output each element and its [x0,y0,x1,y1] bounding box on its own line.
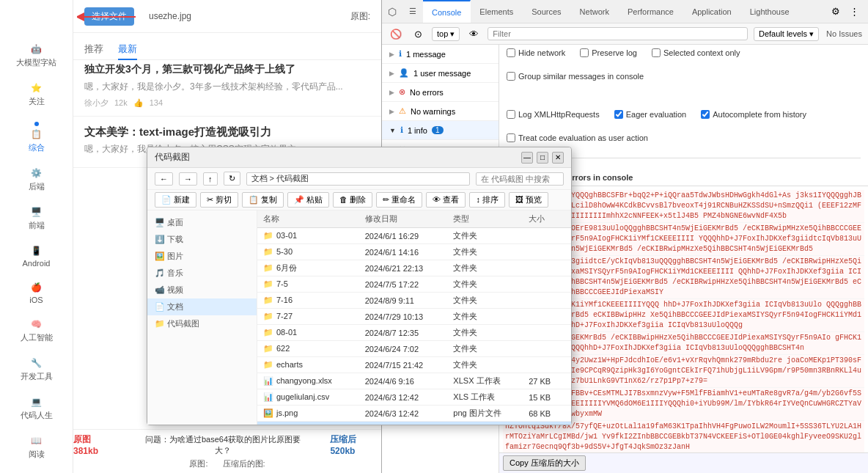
frontend-icon: 🖥️ [31,207,42,217]
article-title-1: 独立开发3个月，第三款可视化产品终于上线了 [84,62,370,77]
fm-search-input[interactable] [476,172,564,186]
col-size[interactable]: 大小 [523,210,571,228]
sidebar-item-ai-station[interactable]: 🤖 大模型字站 [0,37,73,76]
table-row[interactable]: 📁6月份 2024/6/21 22:13 文件夹 [257,260,571,276]
sidebar-item-frontend[interactable]: 🖥️ 前端 [0,199,73,238]
fm-up-btn[interactable]: ↑ [203,172,218,186]
fm-close-btn[interactable]: ✕ [552,152,564,164]
ai-station-icon: 🤖 [31,44,42,54]
col-modified[interactable]: 修改日期 [359,210,448,228]
col-type[interactable]: 类型 [447,210,523,228]
article-meta-1: 徐小夕 12k 👍 134 [84,98,370,109]
msg-label-noerrors: No errors [410,88,444,97]
table-row[interactable]: 📁5-30 2024/6/1 14:16 文件夹 [257,244,571,260]
console-msg-info[interactable]: ▼ ℹ 1 info 1 [382,121,499,140]
fm-item-pictures[interactable]: 🖼️ 图片 [147,248,257,265]
console-msg-noerrors[interactable]: ▶ ⊗ No errors [382,83,499,102]
console-level-btn[interactable]: Default levels ▾ [754,27,819,41]
console-msg-usermsg[interactable]: ▶ 👤 1 user message [382,64,499,83]
fm-view-btn[interactable]: 👁 查看 [426,192,466,208]
fm-maximize-btn[interactable]: □ [537,152,548,164]
dt-tab-sources[interactable]: Sources [523,0,570,23]
fm-forward-btn[interactable]: → [179,172,197,186]
fm-refresh-btn[interactable]: ↻ [224,172,240,186]
opt-preserve-log[interactable]: Preserve log [580,48,637,57]
original-label: 原图: [350,10,370,23]
fm-delete-btn[interactable]: 🗑 删除 [333,192,372,208]
table-row[interactable]: 🖼️js.png 2024/6/3 12:42 png 图片文件 68 KB [257,406,571,422]
fm-item-desktop[interactable]: 🖥️ 桌面 [147,214,257,231]
sidebar-item-general[interactable]: 📋 综合 [0,114,73,161]
table-row[interactable]: 📁622 2024/6/24 7:02 文件夹 [257,341,571,357]
sidebar-item-follow[interactable]: ⭐ 关注 [0,76,73,114]
fm-copy-btn[interactable]: 📋 复制 [242,192,284,208]
fm-cut-btn[interactable]: ✂ 剪切 [200,192,238,208]
general-icon: 📋 [31,129,42,139]
fm-preview-btn[interactable]: 🖼 预览 [509,192,548,208]
fm-item-music[interactable]: 🎵 音乐 [147,265,257,282]
opt-autocomplete[interactable]: Autocomplete from history [701,110,806,119]
dt-tab-application[interactable]: Application [683,0,741,23]
sidebar-item-ai[interactable]: 🧠 人工智能 [0,312,73,351]
fm-item-documents[interactable]: 📄 文档 [147,298,257,315]
fm-new-btn[interactable]: 📄 新建 [155,192,196,208]
opt-group-similar[interactable]: Group similar messages in console [507,72,644,81]
table-row[interactable]: 📁08-01 2024/8/7 12:35 文件夹 [257,325,571,341]
fm-item-codescreens[interactable]: 📁 代码截图 [147,315,257,332]
dt-more-icon[interactable]: ⋮ [846,4,862,20]
console-filter-icon[interactable]: ⊙ [410,26,426,42]
console-top-btn[interactable]: top ▾ [432,27,460,41]
table-row[interactable]: 📁echarts 2024/7/15 21:42 文件夹 [257,357,571,373]
copy-size-btn[interactable]: Copy 压缩后的大小 [503,455,586,471]
table-row[interactable]: 📊changyong.xlsx 2024/4/6 9:16 XLSX 工作表 2… [257,373,571,389]
table-row[interactable]: 📁7-16 2024/8/9 9:11 文件夹 [257,293,571,309]
upload-button[interactable]: 选择文件 [84,7,134,26]
msg-label-1: 1 message [406,50,446,59]
dt-tab-lighthouse[interactable]: Lighthouse [741,0,799,23]
fm-rename-btn[interactable]: ✏ 重命名 [376,192,422,208]
console-msg-1message[interactable]: ▶ ℹ 1 message [382,45,499,64]
fm-sort-btn[interactable]: ↕ 排序 [469,192,505,208]
fm-item-videos[interactable]: 📹 视频 [147,282,257,298]
sidebar-item-backend[interactable]: ⚙️ 后端 [0,161,73,199]
fm-paste-btn[interactable]: 📌 粘贴 [287,192,329,208]
opt-eager-eval[interactable]: Eager evaluation [614,110,687,119]
article-item-1[interactable]: 独立开发3个月，第三款可视化产品终于上线了 嗯，大家好，我是徐小夕。3年多一线技… [73,55,381,117]
table-row[interactable]: 📊gugeliulanj.csv 2024/6/3 12:42 XLS 工作表 … [257,389,571,406]
opt-hide-network[interactable]: Hide network [507,48,565,57]
dt-tab-console[interactable]: Console [423,0,471,23]
file-modified-cell: 2024/7/15 21:42 [359,357,448,373]
sidebar-item-ranking[interactable]: 🏆 排行榜 [0,467,73,473]
fm-item-downloads[interactable]: ⬇️ 下载 [147,231,257,248]
fm-path-input[interactable] [246,172,471,186]
sidebar-item-android[interactable]: 📱 Android [0,238,73,275]
dt-tab-performance[interactable]: Performance [619,0,683,23]
col-name[interactable]: 名称 [257,210,359,228]
sidebar-item-code-life[interactable]: 💻 代码人生 [0,389,73,428]
console-eye-icon[interactable]: 👁 [466,26,482,42]
table-row[interactable]: 📁7-27 2024/7/29 10:13 文件夹 [257,309,571,325]
sidebar-item-reading[interactable]: 📖 阅读 [0,428,73,467]
dt-tab-menu-icon[interactable]: ☰ [403,0,423,23]
table-row[interactable]: 📁7-5 2024/7/5 17:22 文件夹 [257,276,571,293]
dt-tab-elements[interactable]: Elements [471,0,523,23]
file-size-cell: 381 KB [523,422,571,425]
file-name-cell: 📁echarts [257,357,359,373]
console-clear-icon[interactable]: 🚫 [388,26,404,42]
sidebar-item-ios[interactable]: 🍎 iOS [0,275,73,312]
fm-back-btn[interactable]: ← [155,172,173,186]
dt-settings-icon[interactable]: ⚙ [828,4,844,20]
opt-log-xml[interactable]: Log XMLHttpRequests [507,110,600,119]
opt-treat-code[interactable]: Treat code evaluation as user action [507,133,648,142]
file-name-cell: 📁08-01 [257,325,359,341]
sidebar-item-devtools[interactable]: 🔧 开发工具 [0,351,73,389]
console-filter-input[interactable] [488,27,748,40]
dt-tab-devtools-icon[interactable]: ⬡ [382,0,403,23]
opt-selected-context[interactable]: Selected context only [652,48,740,57]
table-row[interactable]: 🖼️usezhe.jpg 2024/8/5 20:01 jpg 图片文件 381… [257,422,571,425]
console-msg-nowarn[interactable]: ▶ ⚠ No warnings [382,102,499,121]
table-row[interactable]: 📁03-01 2024/6/1 16:29 文件夹 [257,228,571,244]
dt-tab-network[interactable]: Network [571,0,619,23]
fm-minimize-btn[interactable]: — [521,152,533,164]
android-icon: 📱 [31,246,42,256]
